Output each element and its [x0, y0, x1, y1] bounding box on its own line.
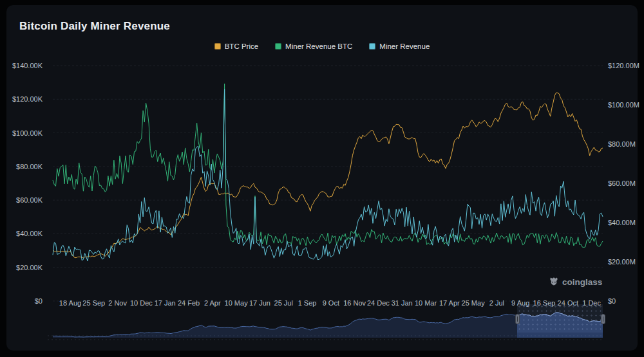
watermark-text: coinglass [562, 277, 602, 287]
chart-card: Bitcoin Daily Miner Revenue BTC Price Mi… [6, 5, 638, 351]
coinglass-watermark: coinglass [549, 277, 602, 287]
navigator-left-handle[interactable] [515, 314, 520, 324]
navigator-selected-range[interactable] [517, 304, 603, 333]
chart-line-miner-revenue-btc [53, 84, 603, 248]
coinglass-chart-page: Bitcoin Daily Miner Revenue BTC Price Mi… [0, 0, 644, 357]
coinglass-logo-icon [549, 277, 559, 287]
navigator-right-handle[interactable] [601, 314, 605, 324]
navigator-texture [46, 334, 604, 343]
